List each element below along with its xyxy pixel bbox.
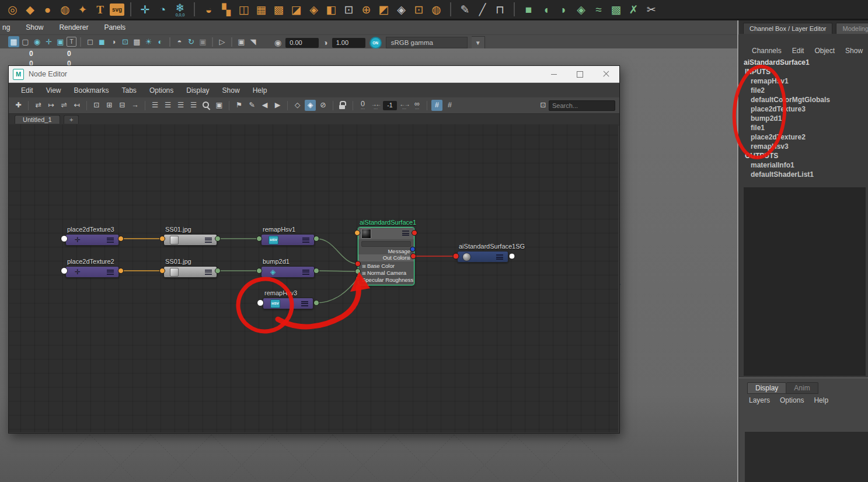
add-tab-button[interactable]: + <box>64 115 79 124</box>
surface-node-header[interactable] <box>358 228 414 239</box>
port-base-color[interactable]: Base Color <box>358 263 414 270</box>
stack-icon[interactable] <box>205 237 212 243</box>
node-bump2d1[interactable]: bump2d1 <box>261 266 315 278</box>
color-management-toggle[interactable]: ON <box>369 37 382 49</box>
node-aiStandardSurface1[interactable]: aiStandardSurface1 Message Out Color Bas… <box>358 227 414 285</box>
polyhedron-icon[interactable]: ◍ <box>57 2 73 18</box>
pin-tool-icon[interactable]: ⊓ <box>492 2 508 18</box>
panel-menu-item[interactable]: Show <box>26 23 43 32</box>
node-aiStandardSurface1SG[interactable]: aiStandardSurface1SG <box>457 251 508 263</box>
view-transform-dropdown-arrow[interactable]: ▼ <box>472 36 485 49</box>
shaded-icon[interactable]: ◼ <box>96 36 107 47</box>
lights-icon[interactable]: ☀ <box>143 36 154 47</box>
menu-item[interactable]: Edit <box>15 86 40 95</box>
collapse-depth-icon[interactable]: →← <box>370 100 381 111</box>
expand-depth-icon[interactable]: ←→ <box>399 100 410 111</box>
menu-item[interactable]: Bookmarks <box>67 86 115 95</box>
grid-patch-icon[interactable]: ▦ <box>253 2 269 18</box>
selection-frame-icon[interactable]: ⊡ <box>411 2 427 18</box>
layout-simple-icon[interactable]: ☰ <box>149 100 161 111</box>
port-out-color[interactable]: Out Color <box>358 254 414 261</box>
uv-curve-icon[interactable]: ≈ <box>591 2 606 18</box>
dense-grid-icon[interactable]: ▩ <box>271 2 287 18</box>
star-primitive-icon[interactable]: ✦ <box>75 2 90 18</box>
uv-cube-icon[interactable]: ◈ <box>573 2 589 18</box>
graph-both-icon[interactable]: ⇌ <box>58 100 69 111</box>
add-nodes-icon[interactable]: ⊞ <box>104 100 115 111</box>
tab-channel-box-layer-editor[interactable]: Channel Box / Layer Editor <box>743 23 832 34</box>
handle-frame-icon[interactable]: ⊡ <box>341 2 357 18</box>
stack-icon[interactable] <box>496 254 503 260</box>
port-normal-camera[interactable]: Normal Camera <box>358 270 414 277</box>
maximize-button[interactable] <box>567 66 593 82</box>
bookmark-next-icon[interactable]: ▶ <box>272 100 283 111</box>
overlap-panels-icon[interactable]: ▣ <box>236 36 247 47</box>
wireframe-icon[interactable]: ◻ <box>85 36 96 47</box>
isolate-icon[interactable]: ▣ <box>197 36 208 47</box>
stack-icon[interactable] <box>301 301 308 306</box>
svg-tool-icon[interactable]: svg <box>110 4 124 16</box>
node-graph-canvas[interactable]: place2dTexture3 SS01.jpg remapHsv1 place… <box>9 124 618 432</box>
graph-inputs-icon[interactable]: ↦ <box>46 100 57 111</box>
hud-text-icon[interactable]: T <box>67 37 76 47</box>
sphere-primitive-icon[interactable]: ● <box>40 2 55 18</box>
layout-connected-icon[interactable]: ☰ <box>162 100 173 111</box>
menu-item[interactable]: Tabs <box>116 86 143 95</box>
node-place2dTexture3[interactable]: place2dTexture3 <box>65 234 119 246</box>
snap-origin-icon[interactable]: ❄0,0,0 <box>172 2 188 18</box>
channel-box-row[interactable]: defaultColorMgtGlobals <box>739 95 868 104</box>
graph-outputs-icon[interactable]: ↤ <box>71 100 82 111</box>
uv-knife-icon[interactable]: ✂ <box>643 2 659 18</box>
torus-icon[interactable]: ◎ <box>5 2 20 18</box>
grid-sphere-icon[interactable]: ◍ <box>428 2 444 18</box>
quad-patch-icon[interactable]: ▚ <box>218 2 234 18</box>
snap-to-grid-icon[interactable]: # <box>444 100 455 111</box>
panel-divider[interactable] <box>737 20 738 482</box>
menu-item[interactable]: Help <box>814 396 828 404</box>
lock-icon[interactable] <box>337 100 348 111</box>
panel-menu-item[interactable]: Renderer <box>59 23 88 32</box>
gamma-icon[interactable]: ◑ <box>323 38 327 47</box>
add-selected-icon[interactable]: ⊡ <box>91 100 102 111</box>
node-file2[interactable]: SS01.jpg <box>163 234 217 246</box>
stack-icon[interactable] <box>302 270 309 275</box>
surface-name-field[interactable] <box>361 241 411 247</box>
panel-menu-item[interactable]: ng <box>2 23 10 32</box>
stack-icon[interactable] <box>302 237 309 243</box>
bookmark-edit-icon[interactable]: ✎ <box>246 100 257 111</box>
pin-swatch-icon[interactable]: ▣ <box>214 100 225 111</box>
menu-item[interactable]: Edit <box>792 47 804 55</box>
type-tool-icon[interactable]: T <box>92 2 108 18</box>
exposure-field[interactable]: 0.00 <box>285 38 319 48</box>
menu-item[interactable]: Display <box>180 86 215 95</box>
channel-box-row[interactable]: remapHsv3 <box>739 142 868 151</box>
node-editor-titlebar[interactable]: M Node Editor <box>9 66 619 83</box>
corner-cube-icon[interactable]: ◧ <box>323 2 339 18</box>
time-options-icon[interactable]: ◔ <box>155 2 170 18</box>
frame-all-icon[interactable]: ⊡ <box>538 100 549 111</box>
subdiv-diamond-icon[interactable]: ◆ <box>22 2 38 18</box>
channel-box-row[interactable]: INPUTS <box>739 67 868 76</box>
state-active-icon[interactable]: ◈ <box>305 100 316 111</box>
search-input[interactable] <box>549 100 615 111</box>
menu-item[interactable]: View <box>40 86 68 95</box>
image-plane-icon[interactable]: ▣ <box>55 36 66 47</box>
tab-display[interactable]: Display <box>747 382 786 394</box>
checker-icon[interactable]: ▩ <box>131 36 142 47</box>
minimize-button[interactable] <box>541 66 567 82</box>
resolution-gate-icon[interactable]: ◉ <box>32 36 43 47</box>
view-transform-select[interactable]: sRGB gamma <box>386 37 468 48</box>
line-tool-icon[interactable]: ╱ <box>475 2 490 18</box>
menu-item[interactable]: Object <box>814 47 835 55</box>
panel-menu-item[interactable]: Panels <box>104 23 126 32</box>
film-gate-icon[interactable]: ▢ <box>20 36 31 47</box>
bookmark-add-icon[interactable]: ⚑ <box>233 100 245 111</box>
layout-custom-icon[interactable]: ☰ <box>188 100 199 111</box>
corner-arrow-icon[interactable]: ◥ <box>247 36 259 47</box>
channel-box-row[interactable]: aiStandardSurface1 <box>739 58 868 67</box>
grid-display-icon[interactable]: # <box>431 100 442 111</box>
menu-item[interactable]: Show <box>845 47 863 55</box>
channel-box-row[interactable]: defaultShaderList1 <box>739 170 868 179</box>
tab-anim[interactable]: Anim <box>786 382 818 394</box>
grid-toggle-icon[interactable]: ▦ <box>8 36 19 47</box>
